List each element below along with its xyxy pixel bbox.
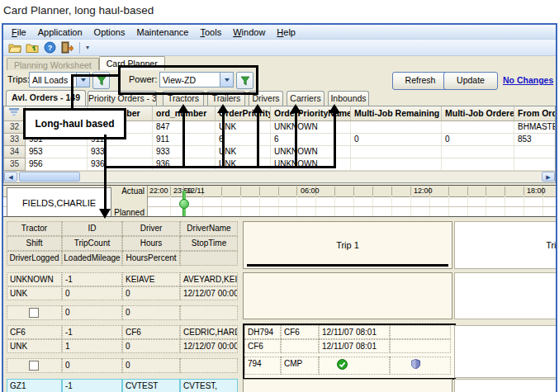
card-cell[interactable]: UNKNOWN xyxy=(7,272,62,286)
card-cell[interactable]: UNK xyxy=(7,339,62,353)
card-cell[interactable]: 0 xyxy=(62,286,122,300)
card-cell[interactable]: 0 xyxy=(122,339,180,353)
table-cell[interactable]: 956 xyxy=(26,158,88,171)
table-cell[interactable] xyxy=(351,158,442,171)
table-cell[interactable]: BHMASTER xyxy=(514,121,556,134)
table-cell[interactable] xyxy=(351,121,442,134)
table-cell[interactable]: 0 xyxy=(351,134,442,146)
toolbar-overflow-icon[interactable]: ▾ xyxy=(86,44,89,51)
card-cell[interactable]: 0 xyxy=(122,305,180,320)
table-cell[interactable]: UNKNOWN xyxy=(271,146,351,158)
trip-card-cell[interactable]: CF6 xyxy=(244,339,281,353)
card-cell[interactable]: CEDRIC,HARD... xyxy=(180,325,238,339)
row-header[interactable]: 35 xyxy=(4,158,26,171)
folder-arrow-icon[interactable] xyxy=(24,40,40,54)
trip-card-cell[interactable]: DH794 xyxy=(244,325,281,339)
refresh-button[interactable]: Refresh xyxy=(392,72,448,90)
card-cell[interactable] xyxy=(180,358,238,373)
table-cell[interactable] xyxy=(514,158,556,171)
help-icon[interactable]: ? xyxy=(41,40,58,54)
trip-card-cell[interactable] xyxy=(390,325,451,339)
selected-card-cell[interactable]: CVTEST, xyxy=(180,379,238,392)
trip-card-cell[interactable]: CF6 xyxy=(281,325,319,339)
menu-help[interactable]: Help xyxy=(271,26,301,38)
card-cell[interactable]: -1 xyxy=(62,272,122,286)
trip-card-cell[interactable]: 12/11/07 08:01 xyxy=(319,339,390,353)
open-folder-icon[interactable] xyxy=(7,40,23,54)
table-cell[interactable]: 953 xyxy=(26,146,88,158)
menu-options[interactable]: Options xyxy=(88,26,131,38)
exit-icon[interactable] xyxy=(59,40,75,54)
card-cell[interactable]: 12/12/07 00:00 xyxy=(180,339,238,353)
selected-card-cell[interactable]: GZ1 xyxy=(7,379,62,392)
horizontal-scrollbar[interactable]: ◀ ▶ xyxy=(4,171,555,182)
card-cell[interactable]: CF6 xyxy=(7,325,62,339)
table-cell[interactable]: 933 xyxy=(88,146,153,158)
column-header-From Order[interactable]: From Order xyxy=(514,106,556,121)
card-cell[interactable]: 0 xyxy=(122,358,180,373)
trip-card-cell[interactable]: CMP xyxy=(281,357,319,375)
table-cell[interactable]: 936 xyxy=(88,158,153,171)
table-cell[interactable]: 0 xyxy=(442,134,514,146)
card-cell[interactable] xyxy=(180,305,238,320)
trip-card[interactable]: DH794CF612/11/07 08:01CF612/11/07 08:017… xyxy=(243,324,456,380)
menu-maintenance[interactable]: Maintenance xyxy=(131,26,195,38)
trip1-header[interactable]: Trip 1 xyxy=(243,221,452,269)
trip2-empty-cell[interactable] xyxy=(454,272,556,319)
table-cell[interactable]: UNKNOWN xyxy=(271,158,351,171)
menu-file[interactable]: File xyxy=(6,26,32,38)
trip2-header[interactable]: Trip 2 xyxy=(454,221,556,269)
trip1-empty-cell[interactable] xyxy=(243,272,452,319)
tab-planning-worksheet[interactable]: Planning Worksheet xyxy=(7,58,99,70)
menu-tools[interactable]: Tools xyxy=(195,26,228,38)
trip2-empty-cell[interactable] xyxy=(454,379,556,392)
trip-card-cell[interactable] xyxy=(390,339,451,353)
resource-name-cell[interactable]: FIELDS,CHARLIE xyxy=(7,187,111,217)
trip-card-cell[interactable] xyxy=(281,339,319,353)
menu-window[interactable]: Window xyxy=(227,26,271,38)
trip-card-cell[interactable]: 12/11/07 08:01 xyxy=(319,325,390,339)
card-cell[interactable] xyxy=(7,358,62,373)
card-cell[interactable]: 0 xyxy=(122,286,180,300)
table-cell[interactable]: 853 xyxy=(514,134,556,146)
no-changes-link[interactable]: No Changes xyxy=(503,75,553,85)
card-cell[interactable]: 0 xyxy=(62,305,122,320)
card-cell[interactable]: AVEYARD,KEITH xyxy=(180,272,238,286)
scroll-left-icon[interactable]: ◀ xyxy=(4,172,17,182)
card-checkbox[interactable] xyxy=(29,308,39,318)
table-cell[interactable]: 6 xyxy=(271,134,351,146)
card-cell[interactable]: CF6 xyxy=(122,325,180,339)
card-cell[interactable]: 0 xyxy=(62,358,122,373)
scrollbar-thumb[interactable] xyxy=(19,172,80,182)
table-cell[interactable] xyxy=(351,146,442,158)
trip-card-cell[interactable]: 794 xyxy=(244,357,281,375)
card-cell[interactable]: 1 xyxy=(62,339,122,353)
shield-icon[interactable] xyxy=(390,357,451,375)
trip1-underline xyxy=(247,264,448,267)
card-cell[interactable]: -1 xyxy=(62,325,122,339)
trip1-empty-cell[interactable] xyxy=(243,379,452,392)
order-tab-avl-orders-149[interactable]: Avl. Orders - 149 xyxy=(6,90,86,106)
table-cell[interactable] xyxy=(442,121,514,134)
card-cell[interactable]: KEIAVE xyxy=(122,272,180,286)
card-checkbox[interactable] xyxy=(29,361,39,371)
trip2-empty-cell[interactable] xyxy=(454,325,556,378)
card-cell[interactable] xyxy=(7,305,62,320)
menu-application[interactable]: Application xyxy=(32,26,88,38)
time-cursor-marker[interactable] xyxy=(179,199,189,209)
row-header[interactable]: 34 xyxy=(4,146,26,158)
card-planner-screenshot: Card Planner, long haul-based FileApplic… xyxy=(0,0,559,392)
card-cell[interactable]: 12/12/07 00:00 xyxy=(180,286,238,300)
column-header-Multi-Job Ordered[interactable]: Multi-Job Ordered xyxy=(442,106,514,121)
selected-card-cell[interactable]: -1 xyxy=(62,379,122,392)
table-cell[interactable]: UNKNOWN xyxy=(271,121,351,134)
check-icon[interactable] xyxy=(319,357,390,375)
column-header-Multi-Job Remaining[interactable]: Multi-Job Remaining xyxy=(351,106,442,121)
table-cell[interactable] xyxy=(442,146,514,158)
selected-card-cell[interactable]: CVTEST xyxy=(122,379,180,392)
table-cell[interactable] xyxy=(514,146,556,158)
scroll-right-icon[interactable]: ▶ xyxy=(542,172,555,182)
card-cell[interactable]: UNK xyxy=(7,286,62,300)
update-button[interactable]: Update xyxy=(443,72,498,90)
table-cell[interactable] xyxy=(442,158,514,171)
